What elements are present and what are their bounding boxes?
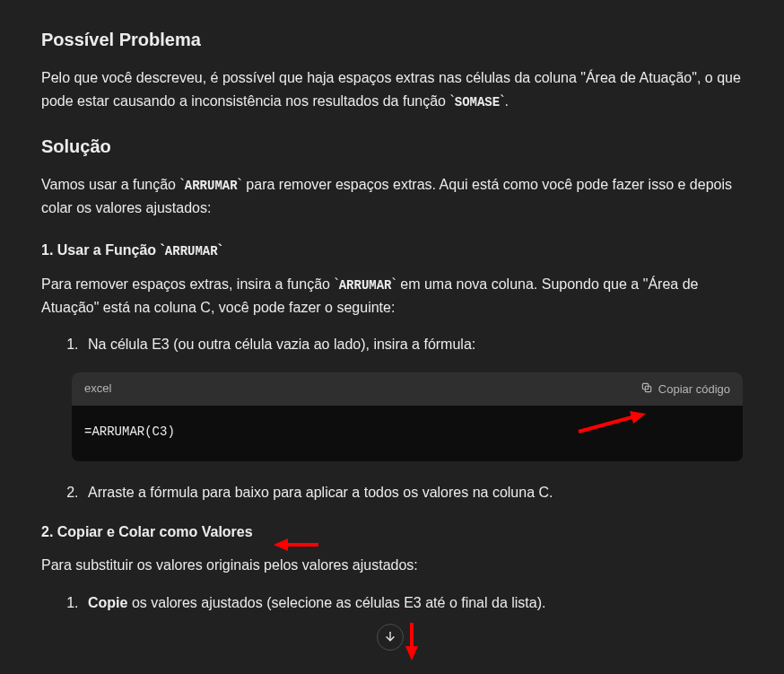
- text: 1. Usar a Função: [41, 242, 161, 258]
- text: Para remover espaços extras, insira a fu…: [41, 276, 334, 292]
- heading-possivel-problema: Possível Problema: [41, 25, 743, 54]
- copy-icon: [640, 381, 653, 397]
- step2-paragraph: Para substituir os valores originais pel…: [41, 554, 743, 577]
- list-item: Arraste a fórmula para baixo para aplica…: [83, 481, 743, 504]
- step2-heading: 2. Copiar e Colar como Valores: [41, 521, 743, 544]
- step1-list-cont: Arraste a fórmula para baixo para aplica…: [41, 481, 743, 504]
- copy-code-button[interactable]: Copiar código: [640, 381, 730, 397]
- arrow-down-icon: [383, 629, 397, 646]
- inline-code-somase: SOMASE: [455, 95, 500, 109]
- inline-code-arrumar: ARRUMAR: [339, 278, 392, 293]
- code-header: excel Copiar código: [72, 372, 743, 406]
- article-body: Possível Problema Pelo que você descreve…: [0, 0, 784, 614]
- text: Vamos usar a função: [41, 177, 179, 192]
- paragraph-solution-intro: Vamos usar a função `ARRUMAR` para remov…: [41, 173, 743, 219]
- text-strong: Copie: [88, 595, 127, 610]
- step1-paragraph: Para remover espaços extras, insira a fu…: [41, 273, 743, 319]
- list-item: Na célula E3 (ou outra célula vazia ao l…: [83, 333, 743, 356]
- text: Pelo que você descreveu, é possível que …: [41, 70, 741, 109]
- svg-marker-8: [405, 646, 418, 661]
- annotation-arrow-icon: [403, 623, 421, 661]
- scroll-down-button[interactable]: [377, 624, 404, 651]
- code-content: =ARRUMAR(C3): [72, 406, 743, 461]
- step2-list: Copie os valores ajustados (selecione as…: [41, 591, 743, 615]
- inline-code-arrumar: ARRUMAR: [185, 179, 238, 193]
- copy-label: Copiar código: [658, 382, 730, 396]
- heading-solucao: Solução: [41, 132, 743, 161]
- step1-list: Na célula E3 (ou outra célula vazia ao l…: [41, 333, 743, 356]
- paragraph-problem: Pelo que você descreveu, é possível que …: [41, 66, 743, 112]
- text: .: [505, 93, 509, 109]
- inline-code-arrumar: ARRUMAR: [165, 244, 218, 258]
- code-block: excel Copiar código =ARRUMAR(C3): [72, 372, 743, 461]
- list-item: Copie os valores ajustados (selecione as…: [83, 591, 743, 615]
- step1-heading: 1. Usar a Função `ARRUMAR`: [41, 239, 743, 262]
- text: os valores ajustados (selecione as célul…: [127, 595, 545, 610]
- code-language-label: excel: [84, 380, 111, 398]
